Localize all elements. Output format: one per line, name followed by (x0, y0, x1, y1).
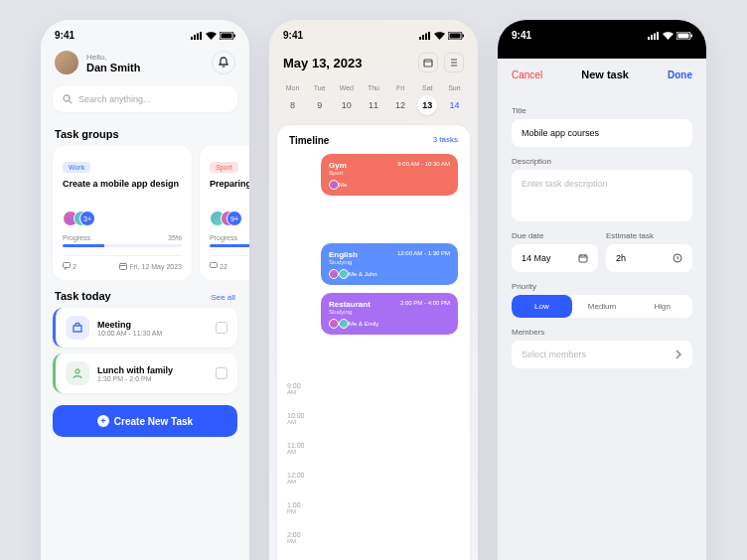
priority-medium[interactable]: Medium (572, 295, 633, 318)
card-title: Preparing for footb match (210, 179, 249, 203)
avatar-badge: 9+ (226, 210, 242, 226)
estimate-input[interactable]: 2h (606, 244, 692, 272)
event-english[interactable]: English Studying 12:00 AM - 1:30 PM Me &… (321, 243, 458, 285)
day[interactable]: Sun14 (441, 84, 468, 115)
create-task-button[interactable]: + Create New Task (53, 405, 237, 437)
wifi-icon (206, 32, 217, 40)
day[interactable]: Mon8 (279, 84, 306, 115)
svg-rect-15 (419, 37, 421, 40)
priority-low[interactable]: Low (512, 295, 572, 318)
calendar-icon (578, 253, 588, 263)
search-input[interactable]: Search anything... (53, 86, 237, 112)
status-bar: 9:41 (41, 20, 249, 45)
svg-point-12 (75, 369, 79, 373)
hour-label: 11:00AM (287, 442, 305, 455)
hour-label: 9:00AM (287, 382, 301, 395)
modal-header: Cancel New task Done (498, 59, 706, 90)
day[interactable]: Thu11 (360, 84, 386, 115)
svg-rect-27 (654, 33, 656, 40)
priority-high[interactable]: Hign (632, 295, 692, 318)
task-group-card[interactable]: Work Create a mobile app design 3+ Progr… (53, 146, 192, 280)
event-gym[interactable]: Gym Sport 9:00 AM - 10:30 AM Me (321, 154, 458, 196)
avatar-badge: 3+ (79, 210, 95, 226)
search-icon (63, 94, 73, 104)
svg-rect-18 (428, 32, 430, 40)
progress-bar (63, 244, 182, 247)
svg-point-7 (64, 95, 70, 101)
task-group-card[interactable]: Sport Preparing for footb match 9+ Progr… (200, 146, 249, 280)
svg-rect-0 (191, 37, 193, 40)
chevron-right-icon (674, 350, 682, 359)
battery-icon (220, 32, 235, 40)
est-label: Estimate task (606, 231, 692, 240)
calendar-view-button[interactable] (418, 53, 438, 72)
week-strip[interactable]: Mon8 Tue9 Wed10 Thu11 Fri12 Sat13 Sun14 (269, 80, 478, 125)
svg-rect-1 (194, 35, 196, 40)
task-item[interactable]: Lunch with family1:30 PM - 2:0 PM (53, 353, 237, 393)
task-item[interactable]: Meeting10:00 AM - 11:30 AM (53, 308, 237, 348)
hour-label: 12:00AM (287, 472, 305, 485)
new-task-screen: 9:41 Cancel New task Done Title Mobile a… (498, 20, 706, 560)
due-date-input[interactable]: 14 May (512, 244, 598, 272)
hour-label: 2:00PM (287, 531, 301, 544)
title-input[interactable]: Mobile app courses (512, 119, 692, 147)
hour-label: 10:00AM (287, 412, 305, 425)
task-checkbox[interactable] (216, 367, 227, 379)
done-button[interactable]: Done (668, 70, 692, 80)
status-icons (191, 32, 235, 40)
svg-rect-30 (678, 33, 689, 38)
members-label: Members (512, 328, 692, 337)
task-groups-title: Task groups (41, 118, 249, 146)
task-time: 10:00 AM - 11:30 AM (97, 330, 208, 337)
priority-segment[interactable]: Low Medium Hign (512, 295, 692, 318)
svg-rect-10 (211, 263, 218, 268)
signal-icon (191, 32, 203, 40)
desc-label: Description (512, 157, 692, 166)
hour-label: 1:00PM (287, 501, 301, 514)
svg-rect-26 (651, 35, 653, 40)
svg-rect-2 (197, 33, 199, 40)
cancel-button[interactable]: Cancel (512, 70, 542, 80)
title-label: Title (512, 106, 692, 115)
timeline-panel: Timeline 3 tasks Gym Sport 9:00 AM - 10:… (277, 125, 470, 560)
svg-rect-3 (200, 32, 202, 40)
task-today-title: Task today (55, 290, 111, 302)
svg-rect-32 (579, 255, 587, 262)
members-select[interactable]: Select members (512, 341, 692, 368)
day-active[interactable]: Sat13 (414, 84, 441, 115)
comments-count: 2 (63, 262, 76, 270)
date-title: May 13, 2023 (283, 56, 363, 70)
task-group-cards[interactable]: Work Create a mobile app design 3+ Progr… (41, 146, 249, 280)
svg-rect-9 (120, 264, 127, 270)
avatar[interactable] (55, 51, 78, 74)
see-all-link[interactable]: See all (212, 293, 235, 302)
day[interactable]: Fri12 (387, 84, 414, 115)
day[interactable]: Tue9 (306, 84, 333, 115)
task-count[interactable]: 3 tasks (433, 135, 458, 146)
progress-label: Progress (63, 234, 90, 241)
svg-rect-22 (424, 60, 432, 67)
username: Dan Smith (86, 62, 140, 73)
card-date: Fri, 12 May 2023 (119, 262, 182, 270)
timeline-title: Timeline (289, 135, 329, 146)
user-header: Hello, Dan Smith (41, 45, 249, 80)
modal-title: New task (581, 69, 629, 80)
day[interactable]: Wed10 (333, 84, 360, 115)
task-checkbox[interactable] (216, 322, 227, 334)
notifications-button[interactable] (212, 51, 235, 74)
svg-rect-6 (234, 34, 236, 37)
svg-rect-8 (64, 263, 71, 268)
priority-label: Priority (512, 282, 692, 291)
search-placeholder: Search anything... (78, 94, 151, 104)
list-view-button[interactable] (444, 53, 464, 72)
desc-input[interactable]: Enter task description (512, 170, 692, 221)
progress-pct: 35% (168, 234, 182, 241)
home-screen: 9:41 Hello, Dan Smith Search anything...… (41, 20, 249, 560)
person-icon (66, 361, 89, 385)
bag-icon (66, 316, 89, 340)
card-avatars: 3+ (63, 210, 182, 226)
svg-rect-31 (691, 34, 693, 37)
timeline-events[interactable]: Gym Sport 9:00 AM - 10:30 AM Me English … (321, 154, 460, 382)
svg-rect-5 (222, 33, 232, 38)
event-restaurant[interactable]: Restaurant Studying 2:00 PM - 4:00 PM Me… (321, 293, 458, 335)
